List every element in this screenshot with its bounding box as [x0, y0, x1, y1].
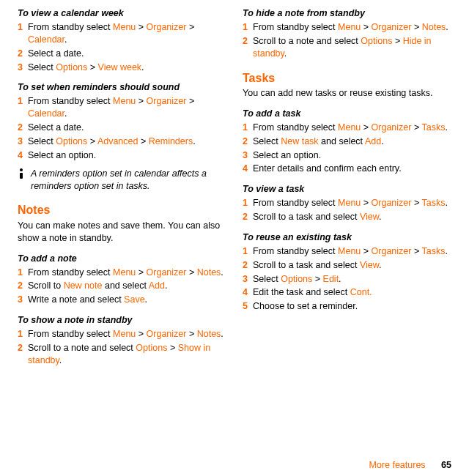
ui-advanced: Advanced [97, 136, 139, 146]
heading-reminders: To set when reminders should sound [18, 81, 226, 94]
ui-save: Save [124, 294, 145, 305]
footer-section: More features [369, 460, 425, 470]
left-column: To view a calendar week From standby sel… [18, 7, 226, 368]
ui-notes: Notes [197, 267, 221, 278]
step: Select an option. [243, 149, 451, 162]
heading-hide-note: To hide a note from standby [243, 7, 451, 20]
section-tasks: Tasks [243, 70, 451, 86]
svg-point-0 [20, 168, 23, 171]
steps-view-week: From standby select Menu > Organizer > C… [18, 21, 226, 74]
ui-new-task: New task [281, 136, 318, 146]
section-notes: Notes [18, 202, 226, 218]
notes-body: You can make notes and save them. You ca… [18, 220, 226, 245]
heading-view-task: To view a task [243, 183, 451, 196]
step: Select Options > View week. [18, 62, 226, 74]
footer: More features 65 [369, 459, 451, 472]
step: From standby select Menu > Organizer > N… [243, 21, 451, 34]
steps-reminders: From standby select Menu > Organizer > C… [18, 95, 226, 161]
step: Scroll to New note and select Add. [18, 280, 226, 292]
step: Select a date. [18, 48, 226, 60]
step: From standby select Menu > Organizer > C… [18, 21, 226, 46]
step: Scroll to a note and select Options > Hi… [243, 35, 451, 60]
ui-options: Options [56, 62, 87, 72]
step: From standby select Menu > Organizer > T… [243, 197, 451, 209]
step: From standby select Menu > Organizer > C… [18, 95, 226, 120]
step: Select New task and select Add. [243, 135, 451, 148]
heading-add-note: To add a note [18, 253, 226, 265]
steps-show-note: From standby select Menu > Organizer > N… [18, 328, 226, 367]
ui-calendar: Calendar [28, 34, 64, 45]
right-column: To hide a note from standby From standby… [243, 7, 451, 368]
ui-tasks: Tasks [421, 122, 445, 133]
step: Select Options > Edit. [243, 273, 451, 286]
ui-organizer: Organizer [147, 22, 187, 32]
step: Select an option. [18, 149, 226, 162]
step: Edit the task and select Cont. [243, 286, 451, 299]
step: Choose to set a reminder. [243, 300, 451, 313]
tasks-body: You can add new tasks or reuse existing … [243, 87, 451, 100]
svg-rect-1 [20, 173, 23, 179]
step: From standby select Menu > Organizer > T… [243, 122, 451, 134]
ui-new-note: New note [64, 280, 103, 291]
ui-view-week: View week [98, 62, 142, 72]
info-icon [18, 168, 25, 193]
step: From standby select Menu > Organizer > N… [18, 328, 226, 341]
footer-page: 65 [441, 460, 451, 470]
steps-view-task: From standby select Menu > Organizer > T… [243, 197, 451, 223]
step: Scroll to a task and select View. [243, 259, 451, 272]
heading-show-note: To show a note in standby [18, 314, 226, 327]
step: From standby select Menu > Organizer > T… [243, 245, 451, 258]
step: Scroll to a task and select View. [243, 211, 451, 223]
step: Write a note and select Save. [18, 294, 226, 306]
ui-edit: Edit [323, 274, 339, 284]
step: Scroll to a note and select Options > Sh… [18, 342, 226, 367]
ui-cont: Cont. [350, 287, 372, 297]
steps-hide-note: From standby select Menu > Organizer > N… [243, 21, 451, 60]
steps-add-note: From standby select Menu > Organizer > N… [18, 267, 226, 307]
ui-reminders: Reminders [149, 136, 193, 146]
step: Select a date. [18, 122, 226, 134]
ui-add: Add [149, 280, 165, 291]
heading-add-task: To add a task [243, 108, 451, 120]
step: From standby select Menu > Organizer > N… [18, 267, 226, 279]
steps-reuse-task: From standby select Menu > Organizer > T… [243, 245, 451, 313]
tip-text: A reminders option set in calendar affec… [31, 168, 226, 193]
step: Select Options > Advanced > Reminders. [18, 135, 226, 148]
ui-menu: Menu [113, 22, 136, 32]
ui-view: View [360, 212, 379, 222]
tip-box: A reminders option set in calendar affec… [18, 168, 226, 193]
heading-reuse-task: To reuse an existing task [243, 231, 451, 244]
heading-view-week: To view a calendar week [18, 7, 226, 20]
step: Enter details and confirm each entry. [243, 163, 451, 175]
steps-add-task: From standby select Menu > Organizer > T… [243, 122, 451, 176]
